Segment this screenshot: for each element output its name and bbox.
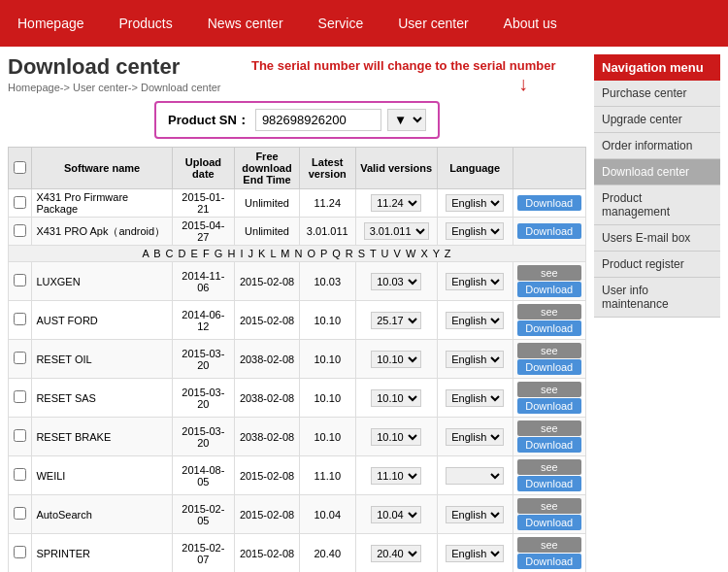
table-row: RESET BRAKE 2015-03-20 2038-02-08 10.10 … — [9, 418, 586, 456]
lang-select[interactable]: English — [446, 506, 504, 523]
see-button[interactable]: see — [517, 265, 581, 281]
lang-select[interactable] — [446, 467, 504, 485]
lang-select[interactable]: English — [446, 389, 504, 407]
table-row: WEILI 2014-08-05 2015-02-08 11.10 11.10 … — [9, 456, 586, 495]
download-button[interactable]: Download — [517, 359, 581, 375]
download-button[interactable]: Download — [517, 515, 581, 530]
software-name: SPRINTER — [32, 534, 172, 573]
valid-select[interactable]: 25.17 — [371, 312, 421, 329]
download-button[interactable]: Download — [517, 554, 581, 569]
software-name: RESET BRAKE — [32, 418, 172, 456]
download-button[interactable]: Download — [517, 195, 581, 211]
row-checkbox[interactable] — [14, 390, 26, 403]
col-freedl: Free download End Time — [235, 148, 300, 189]
nav-user-center[interactable]: User center — [381, 0, 485, 47]
see-button[interactable]: see — [517, 537, 581, 553]
software-name: RESET SAS — [32, 379, 172, 418]
annotation-text: The serial number will change to the ser… — [221, 58, 586, 73]
row-checkbox[interactable] — [14, 507, 26, 520]
valid-select[interactable]: 10.10 — [371, 428, 421, 446]
sidebar-item-product-mgmt[interactable]: Product management — [594, 185, 720, 225]
valid-select[interactable]: 20.40 — [371, 545, 421, 562]
table-row: AUST FORD 2014-06-12 2015-02-08 10.10 25… — [9, 301, 586, 340]
download-button[interactable]: Download — [517, 223, 581, 239]
see-button[interactable]: see — [517, 421, 581, 436]
product-sn-input[interactable] — [255, 109, 381, 131]
download-button[interactable]: Download — [517, 398, 581, 414]
alphabet-row: A B C D E F G H I J K L M N O P Q R S T … — [9, 246, 586, 262]
table-row: AutoSearch 2015-02-05 2015-02-08 10.04 1… — [9, 495, 586, 534]
product-sn-label: Product SN： — [168, 112, 249, 129]
col-language: Language — [437, 148, 513, 189]
row-checkbox[interactable] — [14, 429, 26, 442]
software-name: AutoSearch — [32, 495, 172, 534]
row-checkbox[interactable] — [14, 468, 26, 481]
sidebar-item-user-info[interactable]: User info maintenance — [594, 278, 720, 318]
lang-select[interactable]: English — [446, 273, 504, 290]
row-checkbox[interactable] — [14, 352, 26, 364]
top-nav: Homepage Products News center Service Us… — [0, 0, 728, 47]
col-latest: Latest version — [300, 148, 356, 189]
lang-select[interactable]: English — [446, 351, 504, 368]
nav-service[interactable]: Service — [301, 0, 381, 47]
see-button[interactable]: see — [517, 343, 581, 358]
see-button[interactable]: see — [517, 459, 581, 475]
software-name: AUST FORD — [32, 301, 172, 340]
product-sn-dropdown[interactable]: ▼ — [387, 109, 426, 131]
row-checkbox[interactable] — [14, 546, 26, 558]
table-row: LUXGEN 2014-11-06 2015-02-08 10.03 10.03… — [9, 262, 586, 301]
upload-date: 2015-01-21 — [172, 189, 234, 218]
see-button[interactable]: see — [517, 382, 581, 397]
lang-select[interactable]: English — [446, 545, 504, 562]
download-button[interactable]: Download — [517, 437, 581, 453]
sidebar-item-purchase[interactable]: Purchase center — [594, 81, 720, 107]
see-button[interactable]: see — [517, 304, 581, 320]
row-checkbox[interactable] — [14, 224, 26, 237]
download-button[interactable]: Download — [517, 320, 581, 336]
lang-select[interactable]: English — [446, 222, 504, 240]
sidebar-item-upgrade[interactable]: Upgrade center — [594, 107, 720, 133]
free-dl-end: Unlimited — [235, 218, 300, 246]
lang-select[interactable]: English — [446, 428, 504, 446]
valid-select[interactable]: 3.01.011 — [364, 222, 429, 240]
software-name: WEILI — [32, 456, 172, 495]
col-action — [513, 148, 585, 189]
software-name: RESET OIL — [32, 340, 172, 379]
download-button[interactable]: Download — [517, 282, 581, 297]
download-button[interactable]: Download — [517, 476, 581, 491]
select-all-checkbox[interactable] — [14, 161, 26, 174]
valid-select[interactable]: 10.04 — [371, 506, 421, 523]
valid-select[interactable]: 11.24 — [371, 194, 421, 212]
nav-about-us[interactable]: About us — [486, 0, 575, 47]
col-software-name: Software name — [32, 148, 172, 189]
sidebar-item-download[interactable]: Download center — [594, 159, 720, 185]
annotation-arrow: ↓ — [221, 73, 528, 95]
table-row: RESET OIL 2015-03-20 2038-02-08 10.10 10… — [9, 340, 586, 379]
software-name: X431 Pro Firmware Package — [32, 189, 172, 218]
sidebar-item-email[interactable]: Users E-mail box — [594, 225, 720, 252]
nav-products[interactable]: Products — [102, 0, 190, 47]
upload-date: 2015-04-27 — [172, 218, 234, 246]
col-upload: Upload date — [172, 148, 234, 189]
valid-select[interactable]: 10.10 — [371, 389, 421, 407]
table-row: X431 Pro Firmware Package 2015-01-21 Unl… — [9, 189, 586, 218]
lang-select[interactable]: English — [446, 194, 504, 212]
sidebar-title: Navigation menu — [594, 54, 720, 81]
sidebar-item-order[interactable]: Order information — [594, 133, 720, 159]
lang-select[interactable]: English — [446, 312, 504, 329]
row-checkbox[interactable] — [14, 313, 26, 325]
nav-homepage[interactable]: Homepage — [0, 0, 102, 47]
see-button[interactable]: see — [517, 498, 581, 514]
free-dl-end: Unlimited — [235, 189, 300, 218]
table-row: X431 PRO Apk（android） 2015-04-27 Unlimit… — [9, 218, 586, 246]
valid-select[interactable]: 11.10 — [371, 467, 421, 485]
latest-version: 3.01.011 — [300, 218, 356, 246]
page-title: Download center — [8, 54, 180, 80]
valid-select[interactable]: 10.10 — [371, 351, 421, 368]
row-checkbox[interactable] — [14, 274, 26, 286]
nav-news-center[interactable]: News center — [190, 0, 301, 47]
sidebar-item-product-register[interactable]: Product register — [594, 252, 720, 278]
valid-select[interactable]: 10.03 — [371, 273, 421, 290]
table-row: SPRINTER 2015-02-07 2015-02-08 20.40 20.… — [9, 534, 586, 573]
row-checkbox[interactable] — [14, 196, 26, 209]
